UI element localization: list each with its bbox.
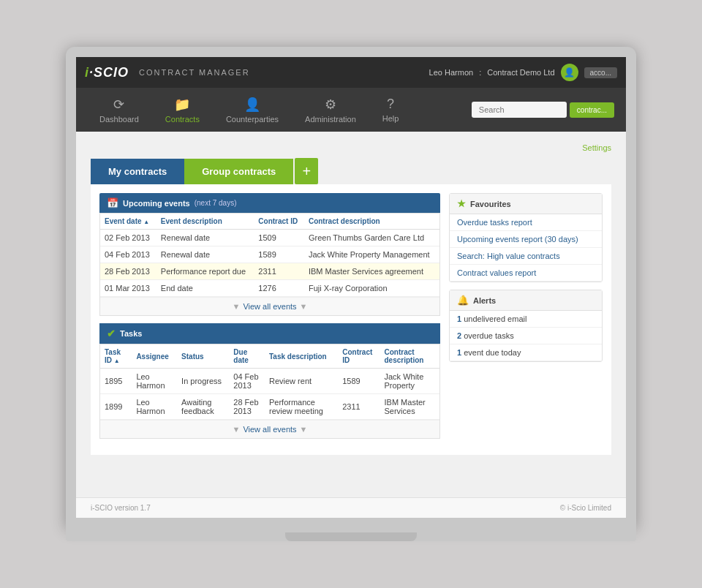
table-row: 02 Feb 2013 Renewal date 1509 Green Thum… bbox=[100, 230, 439, 246]
view-all-events-link[interactable]: ▼ View all events ▼ bbox=[105, 302, 435, 311]
counterparties-icon: 👤 bbox=[244, 97, 260, 113]
view-all-tasks-text: View all events bbox=[243, 425, 296, 434]
list-item[interactable]: Overdue tasks report bbox=[450, 214, 602, 231]
event-date: 01 Mar 2013 bbox=[100, 280, 156, 297]
task-assignee: Leo Harmon bbox=[132, 369, 177, 394]
tab-bar: My contracts Group contracts + bbox=[91, 158, 611, 184]
nav-counterparties[interactable]: 👤 Counterparties bbox=[214, 92, 290, 128]
topbar: i·SCIO CONTRACT MANAGER Leo Harmon : Con… bbox=[76, 57, 626, 88]
event-description: Performance report due bbox=[156, 263, 254, 280]
favourites-title: Favourites bbox=[470, 200, 511, 208]
event-contract-id: 1509 bbox=[254, 230, 304, 246]
user-info: Leo Harmon : Contract Demo Ltd 👤 acco... bbox=[429, 64, 617, 81]
task-id: 1895 bbox=[100, 369, 132, 394]
upcoming-events-header: 📅 Upcoming events (next 7 days) bbox=[99, 193, 440, 213]
list-item[interactable]: Upcoming events report (30 days) bbox=[450, 231, 602, 248]
table-row: 01 Mar 2013 End date 1276 Fuji X-ray Cor… bbox=[100, 280, 439, 297]
logo: i·SCIO CONTRACT MANAGER bbox=[85, 65, 250, 80]
task-contract-id: 1589 bbox=[338, 369, 380, 394]
footer-copyright: © i-Scio Limited bbox=[560, 504, 611, 512]
event-contract-desc: Green Thumbs Garden Care Ltd bbox=[304, 230, 439, 246]
upcoming-events-section: 📅 Upcoming events (next 7 days) Event da… bbox=[99, 193, 440, 316]
list-item: 1 event due today bbox=[450, 344, 602, 361]
table-row: 04 Feb 2013 Renewal date 1589 Jack White… bbox=[100, 246, 439, 263]
event-contract-id: 1276 bbox=[254, 280, 304, 297]
nav-items: ⟳ Dashboard 📁 Contracts 👤 Counterparties… bbox=[88, 92, 410, 128]
tab-group-contracts[interactable]: Group contracts bbox=[184, 159, 293, 184]
calendar-icon: 📅 bbox=[107, 197, 118, 208]
task-status: Awaiting feedback bbox=[177, 394, 229, 420]
nav-administration[interactable]: ⚙ Administration bbox=[293, 92, 368, 128]
tasks-title: Tasks bbox=[120, 329, 142, 338]
nav-contracts-label: Contracts bbox=[165, 115, 200, 124]
task-description: Performance review meeting bbox=[265, 394, 338, 420]
navbar: ⟳ Dashboard 📁 Contracts 👤 Counterparties… bbox=[76, 88, 626, 132]
search-button[interactable]: contrac... bbox=[570, 102, 614, 118]
tasks-section: ✔ Tasks Task ID ▲ Assignee Status bbox=[99, 323, 440, 439]
event-contract-desc: Jack White Property Management bbox=[304, 246, 439, 263]
col-task-contract-id: Contract ID bbox=[338, 344, 380, 369]
alerts-items: 1 undelivered email2 overdue tasks1 even… bbox=[450, 311, 602, 361]
nav-dashboard[interactable]: ⟳ Dashboard bbox=[88, 92, 151, 128]
upcoming-events-table: Event date ▲ Event description Contract … bbox=[100, 214, 439, 297]
tab-my-contracts[interactable]: My contracts bbox=[91, 159, 184, 184]
task-contract-desc: Jack White Property bbox=[380, 369, 439, 394]
help-icon: ? bbox=[387, 97, 394, 112]
col-event-desc: Event description bbox=[156, 214, 254, 230]
table-row: 1895 Leo Harmon In progress 04 Feb 2013 … bbox=[100, 369, 439, 394]
col-due-date: Due date bbox=[229, 344, 265, 369]
event-contract-desc: Fuji X-ray Corporation bbox=[304, 280, 439, 297]
event-description: Renewal date bbox=[156, 246, 254, 263]
alerts-title: Alerts bbox=[473, 296, 496, 305]
content-area: Settings My contracts Group contracts + … bbox=[76, 132, 626, 497]
tab-add-button[interactable]: + bbox=[295, 158, 318, 184]
bell-icon: 🔔 bbox=[457, 295, 469, 306]
nav-help[interactable]: ? Help bbox=[371, 92, 411, 127]
account-button[interactable]: acco... bbox=[584, 67, 617, 78]
tasks-content: Task ID ▲ Assignee Status Due date Task … bbox=[99, 344, 440, 439]
tasks-table: Task ID ▲ Assignee Status Due date Task … bbox=[100, 344, 439, 420]
alerts-header: 🔔 Alerts bbox=[450, 290, 602, 311]
company-name: : bbox=[479, 68, 481, 77]
task-due-date: 28 Feb 2013 bbox=[229, 394, 265, 420]
list-item[interactable]: Search: High value contracts bbox=[450, 248, 602, 265]
table-row: 1899 Leo Harmon Awaiting feedback 28 Feb… bbox=[100, 394, 439, 420]
search-input[interactable] bbox=[472, 102, 567, 118]
task-due-date: 04 Feb 2013 bbox=[229, 369, 265, 394]
settings-link[interactable]: Settings bbox=[91, 143, 611, 152]
footer: i-SCIO version 1.7 © i-Scio Limited bbox=[76, 497, 626, 518]
check-icon: ✔ bbox=[107, 328, 116, 339]
col-task-contract-desc: Contract description bbox=[380, 344, 439, 369]
contracts-icon: 📁 bbox=[174, 97, 190, 113]
event-description: Renewal date bbox=[156, 230, 254, 246]
app-title: CONTRACT MANAGER bbox=[139, 68, 250, 77]
user-name: Leo Harmon bbox=[429, 68, 474, 77]
nav-counterparties-label: Counterparties bbox=[226, 115, 279, 124]
nav-dashboard-label: Dashboard bbox=[99, 115, 139, 124]
task-contract-desc: IBM Master Services bbox=[380, 394, 439, 420]
nav-search: contrac... bbox=[472, 102, 614, 118]
footer-version: i-SCIO version 1.7 bbox=[91, 504, 151, 512]
view-all-tasks-link[interactable]: ▼ View all events ▼ bbox=[105, 425, 435, 434]
event-date: 04 Feb 2013 bbox=[100, 246, 156, 263]
col-task-desc: Task description bbox=[265, 344, 338, 369]
admin-icon: ⚙ bbox=[325, 97, 336, 113]
table-row: 28 Feb 2013 Performance report due 2311 … bbox=[100, 263, 439, 280]
laptop-stand bbox=[285, 532, 417, 541]
event-date: 02 Feb 2013 bbox=[100, 230, 156, 246]
task-contract-id: 2311 bbox=[338, 394, 380, 420]
tasks-header: ✔ Tasks bbox=[99, 323, 440, 344]
event-contract-desc: IBM Master Services agreement bbox=[304, 263, 439, 280]
event-contract-id: 1589 bbox=[254, 246, 304, 263]
favourites-panel: ★ Favourites Overdue tasks reportUpcomin… bbox=[449, 193, 603, 282]
view-all-events-text: View all events bbox=[243, 302, 296, 311]
dashboard-icon: ⟳ bbox=[113, 97, 124, 113]
nav-contracts[interactable]: 📁 Contracts bbox=[154, 92, 211, 128]
left-panel: 📅 Upcoming events (next 7 days) Event da… bbox=[99, 193, 440, 446]
col-event-date[interactable]: Event date ▲ bbox=[100, 214, 156, 230]
col-task-id[interactable]: Task ID ▲ bbox=[100, 344, 132, 369]
list-item[interactable]: Contract values report bbox=[450, 265, 602, 282]
task-description: Review rent bbox=[265, 369, 338, 394]
list-item: 1 undelivered email bbox=[450, 311, 602, 328]
col-assignee: Assignee bbox=[132, 344, 177, 369]
